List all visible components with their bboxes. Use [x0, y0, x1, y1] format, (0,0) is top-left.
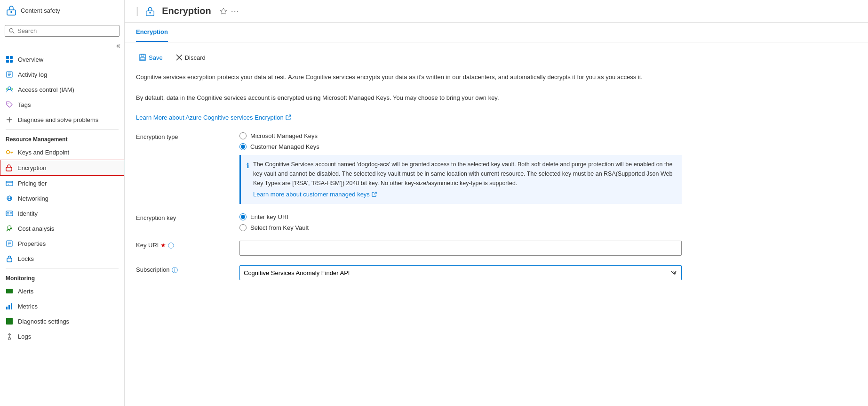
description-1: Cognitive services encryption protects y… — [136, 73, 701, 82]
microsoft-managed-option[interactable]: Microsoft Managed Keys — [239, 132, 691, 139]
svg-rect-4 — [6, 56, 9, 59]
encryption-type-label: Encryption type — [136, 132, 239, 204]
sidebar-item-properties[interactable]: Properties — [0, 236, 124, 251]
search-input[interactable] — [17, 27, 115, 34]
discard-button[interactable]: Discard — [173, 52, 208, 63]
logs-label: Logs — [18, 333, 31, 340]
iam-icon — [6, 86, 13, 93]
sidebar-item-iam[interactable]: Access control (IAM) — [0, 82, 124, 97]
identity-icon — [6, 210, 13, 217]
encryption-type-control: Microsoft Managed Keys Customer Managed … — [239, 132, 691, 204]
save-button[interactable]: Save — [136, 52, 166, 63]
sidebar-item-identity[interactable]: Identity — [0, 206, 124, 221]
svg-rect-42 — [6, 318, 13, 325]
svg-rect-51 — [140, 57, 145, 60]
svg-point-13 — [6, 88, 8, 90]
search-box[interactable] — [5, 25, 119, 37]
search-icon — [9, 28, 15, 34]
svg-point-29 — [7, 212, 9, 214]
app-icon — [6, 5, 17, 16]
networking-icon — [6, 195, 13, 202]
sidebar-item-overview[interactable]: Overview — [0, 52, 124, 67]
subscription-control: Cognitive Services Anomaly Finder API — [239, 265, 691, 280]
svg-point-17 — [7, 151, 10, 154]
locks-label: Locks — [18, 255, 34, 262]
key-uri-required-indicator: ★ — [160, 242, 166, 249]
keys-endpoint-icon — [6, 148, 13, 156]
sidebar-item-diagnose[interactable]: Diagnose and solve problems — [0, 112, 124, 127]
svg-rect-50 — [141, 54, 144, 57]
sidebar-item-metrics[interactable]: Metrics — [0, 299, 124, 314]
svg-point-2 — [9, 29, 13, 32]
svg-rect-40 — [8, 305, 10, 309]
star-icon — [220, 8, 227, 15]
cost-analysis-label: Cost analysis — [18, 225, 54, 232]
identity-label: Identity — [18, 210, 38, 217]
svg-rect-38 — [6, 289, 13, 293]
tags-label: Tags — [18, 101, 31, 108]
properties-icon — [6, 240, 13, 247]
metrics-icon — [6, 302, 13, 310]
info-box: ℹ The Cognitive Services account named '… — [239, 155, 682, 204]
page-header: | Encryption ··· — [125, 0, 868, 23]
key-uri-label: Key URI ★ ⓘ — [136, 241, 239, 256]
header-divider: | — [136, 6, 138, 16]
app-name: Content safety — [21, 7, 60, 14]
sidebar-collapse-btn[interactable]: « — [116, 41, 120, 50]
info-box-content: The Cognitive Services account named 'do… — [253, 160, 676, 200]
learn-more-cmk-link[interactable]: Learn more about customer managed keys — [253, 190, 377, 200]
cmk-external-link-icon — [372, 192, 377, 197]
content-body: Save Discard Cognitive services encrypti… — [125, 42, 868, 299]
microsoft-managed-radio[interactable] — [239, 132, 247, 139]
svg-rect-6 — [6, 60, 9, 63]
key-uri-info-icon: ⓘ — [168, 242, 174, 250]
svg-rect-39 — [6, 307, 8, 309]
encryption-nav-label: Encryption — [17, 164, 46, 171]
customer-managed-option[interactable]: Customer Managed Keys — [239, 143, 691, 150]
customer-managed-radio[interactable] — [239, 143, 247, 150]
sidebar-item-alerts[interactable]: Alerts — [0, 284, 124, 299]
select-key-vault-radio[interactable] — [239, 224, 247, 231]
key-uri-control — [239, 241, 691, 256]
more-options-btn[interactable]: ··· — [231, 6, 239, 16]
cost-analysis-icon — [6, 225, 13, 232]
learn-more-encryption-link[interactable]: Learn More about Azure Cognitive service… — [136, 114, 291, 121]
subscription-select[interactable]: Cognitive Services Anomaly Finder API — [239, 265, 682, 280]
encryption-key-section: Encryption key Enter key URI Select from… — [136, 213, 857, 231]
sidebar-item-diagnostic-settings[interactable]: Diagnostic settings — [0, 314, 124, 329]
enter-key-uri-option[interactable]: Enter key URI — [239, 213, 691, 220]
key-uri-input[interactable] — [239, 241, 682, 256]
pricing-tier-icon — [6, 179, 13, 187]
sidebar-item-cost-analysis[interactable]: Cost analysis — [0, 221, 124, 236]
sidebar-item-logs[interactable]: Logs — [0, 329, 124, 344]
svg-rect-41 — [11, 303, 12, 309]
svg-line-3 — [13, 32, 14, 33]
info-icon: ℹ — [247, 160, 249, 171]
diagnose-label: Diagnose and solve problems — [18, 116, 98, 123]
locks-icon — [6, 255, 13, 262]
resource-management-section: Resource Management — [0, 131, 124, 145]
svg-rect-1 — [11, 11, 12, 13]
monitoring-divider — [6, 268, 119, 268]
select-key-vault-option[interactable]: Select from Key Vault — [239, 224, 691, 231]
favorite-btn[interactable] — [220, 6, 227, 16]
pricing-tier-label: Pricing tier — [18, 180, 47, 187]
tab-encryption[interactable]: Encryption — [136, 23, 168, 42]
networking-label: Networking — [18, 195, 48, 202]
sidebar-item-activity-log[interactable]: Activity log — [0, 67, 124, 82]
microsoft-managed-label: Microsoft Managed Keys — [250, 132, 318, 139]
alerts-label: Alerts — [18, 288, 33, 295]
tab-bar: Encryption — [125, 23, 868, 42]
sidebar-item-locks[interactable]: Locks — [0, 251, 124, 266]
enter-key-uri-radio[interactable] — [239, 213, 247, 220]
overview-label: Overview — [18, 56, 43, 63]
page-title: Encryption — [162, 6, 211, 16]
svg-rect-22 — [6, 181, 13, 186]
encryption-type-section: Encryption type Microsoft Managed Keys C… — [136, 132, 857, 204]
sidebar-item-networking[interactable]: Networking — [0, 191, 124, 206]
sidebar-item-pricing-tier[interactable]: Pricing tier — [0, 176, 124, 191]
sidebar-item-tags[interactable]: Tags — [0, 97, 124, 112]
sidebar-item-keys-endpoint[interactable]: Keys and Endpoint — [0, 145, 124, 160]
sidebar-item-encryption[interactable]: Encryption — [0, 160, 124, 176]
svg-rect-7 — [10, 60, 13, 63]
